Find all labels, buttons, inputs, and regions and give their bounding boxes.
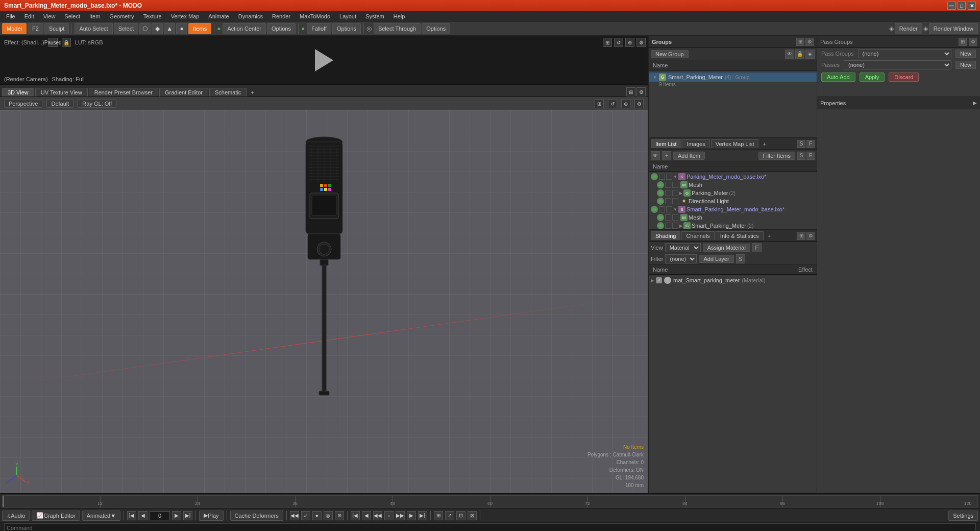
tab-item-list[interactable]: Item List xyxy=(651,139,681,148)
viewport-tab-settings[interactable]: ⚙ xyxy=(636,87,646,96)
filter-items-button[interactable]: Filter Items xyxy=(758,152,795,160)
item-check-light1b[interactable] xyxy=(672,198,678,204)
pm-expand[interactable] xyxy=(679,190,682,196)
item-scene-1[interactable]: S Parking_Meter_modo_base.lxo* xyxy=(649,173,817,181)
select-icon-3[interactable]: ▲ xyxy=(164,23,175,34)
item-mesh-2[interactable]: M Mesh xyxy=(655,213,817,222)
item-check-2a[interactable] xyxy=(659,206,665,212)
menu-help[interactable]: Help xyxy=(389,12,409,20)
pg-expand-btn[interactable]: ⊞ xyxy=(959,38,967,46)
pg-new-button[interactable]: New xyxy=(955,50,976,58)
bb-icon-5[interactable]: ⊛ xyxy=(335,511,344,520)
bb-icon-13[interactable]: ⊞ xyxy=(434,511,443,520)
shading-f-btn[interactable]: F xyxy=(752,243,762,252)
command-input[interactable] xyxy=(4,523,976,532)
falloff-button[interactable]: Falloff xyxy=(307,23,331,34)
item-eye-mesh1[interactable] xyxy=(657,181,664,188)
new-group-button[interactable]: New Group xyxy=(651,50,689,58)
item-check-mesh1b[interactable] xyxy=(672,182,678,188)
play-button-bottom[interactable]: ▶ Play xyxy=(199,511,223,521)
ray-gl-button[interactable]: Ray GL: Off xyxy=(78,100,116,108)
item-check-pma[interactable] xyxy=(665,190,671,196)
items-button[interactable]: Items xyxy=(188,23,211,34)
item-group-spm[interactable]: G Smart_Parking_Meter (2) xyxy=(655,222,817,229)
item-eye-mesh2[interactable] xyxy=(657,214,664,221)
tab-channels[interactable]: Channels xyxy=(681,231,714,240)
bb-icon-4[interactable]: ◎ xyxy=(324,511,333,520)
render-window-button[interactable]: Render Window xyxy=(929,23,978,34)
add-item-list-tab[interactable]: + xyxy=(760,140,769,148)
item-check-light1a[interactable] xyxy=(665,198,671,204)
render-button[interactable]: Render xyxy=(895,23,922,34)
properties-expand-arrow[interactable]: ▶ xyxy=(973,100,977,106)
select-button[interactable]: Select xyxy=(114,23,139,34)
select-icon-2[interactable]: ◆ xyxy=(152,23,163,34)
minimize-button[interactable]: — xyxy=(947,2,955,10)
menu-file[interactable]: File xyxy=(2,12,19,20)
settings-button[interactable]: Settings xyxy=(948,511,978,521)
action-center-button[interactable]: Action Center xyxy=(223,23,266,34)
sculpt-button[interactable]: Sculpt xyxy=(44,23,69,34)
menu-texture[interactable]: Texture xyxy=(139,12,166,20)
3d-viewport[interactable]: Perspective Default Ray GL: Off ⊞ ↺ ⊕ ⚙ xyxy=(0,97,648,493)
menu-maxtomodo[interactable]: MaxToModo xyxy=(296,12,334,20)
preview-zoom-btn[interactable]: ⊕ xyxy=(625,38,634,47)
bb-icon-14[interactable]: ↗ xyxy=(445,511,454,520)
menu-edit[interactable]: Edit xyxy=(20,12,38,20)
groups-expand-btn[interactable]: ⊞ xyxy=(796,38,804,46)
mat-check[interactable]: ✓ xyxy=(656,277,662,283)
default-button[interactable]: Default xyxy=(46,100,74,108)
menu-render[interactable]: Render xyxy=(268,12,295,20)
il-s-btn[interactable]: S xyxy=(797,152,805,160)
bb-icon-15[interactable]: ⊡ xyxy=(456,511,465,520)
timeline-ruler[interactable]: 0 12 24 36 48 60 72 84 96 108 120 xyxy=(2,495,978,508)
item-check-mesh2a[interactable] xyxy=(665,214,671,221)
item-mesh-1[interactable]: M Mesh xyxy=(655,181,817,189)
item-eye-2[interactable] xyxy=(651,206,658,213)
play-preview-button[interactable] xyxy=(311,47,337,73)
bb-icon-10[interactable]: ▶▶ xyxy=(396,511,405,520)
item-check-2b[interactable] xyxy=(666,206,672,212)
add-layer-button[interactable]: Add Layer xyxy=(699,255,733,263)
bb-icon-6[interactable]: |◀ xyxy=(351,511,360,520)
mat-expand[interactable] xyxy=(651,278,654,283)
il-f-btn[interactable]: F xyxy=(806,152,815,160)
transport-next-btn[interactable]: ▶ xyxy=(172,511,181,520)
perspective-button[interactable]: Perspective xyxy=(4,100,42,108)
bb-icon-7[interactable]: ◀ xyxy=(362,511,371,520)
menu-dynamics[interactable]: Dynamics xyxy=(234,12,267,20)
bb-icon-16[interactable]: ⊠ xyxy=(468,511,477,520)
item-check-mesh2b[interactable] xyxy=(672,214,678,221)
auto-add-button[interactable]: Auto Add xyxy=(821,73,855,82)
item-check-pmb[interactable] xyxy=(672,190,678,196)
spm-expand[interactable] xyxy=(679,223,682,228)
groups-settings-btn[interactable]: ⚙ xyxy=(805,38,814,46)
menu-vertex-map[interactable]: Vertex Map xyxy=(167,12,204,20)
item-eye-light1[interactable] xyxy=(657,198,664,205)
preview-paused-btn[interactable]: Paused xyxy=(48,38,58,47)
groups-render-btn[interactable]: ◈ xyxy=(805,50,815,59)
transport-start-btn[interactable]: |◀ xyxy=(127,511,136,520)
tab-schematic[interactable]: Schematic xyxy=(209,88,247,96)
falloff-options-button[interactable]: Options xyxy=(332,23,361,34)
tab-info-statistics[interactable]: Info & Statistics xyxy=(716,231,764,240)
bb-icon-3[interactable]: ● xyxy=(312,511,322,520)
pg-passes-select[interactable]: (none) xyxy=(844,60,951,69)
item-check-spmb[interactable] xyxy=(672,223,678,229)
groups-eye-btn[interactable]: 👁 xyxy=(785,50,794,59)
menu-animate[interactable]: Animate xyxy=(204,12,233,20)
il-add-btn[interactable]: + xyxy=(662,151,671,160)
menu-item[interactable]: Item xyxy=(85,12,104,20)
item-list-settings-btn[interactable]: F xyxy=(806,140,815,148)
preview-settings-btn[interactable]: ⚙ xyxy=(636,38,646,47)
tab-3d-view[interactable]: 3D View xyxy=(2,88,34,96)
tab-render-preset[interactable]: Render Preset Browser xyxy=(89,88,158,96)
tab-gradient-editor[interactable]: Gradient Editor xyxy=(159,88,208,96)
frame-input[interactable] xyxy=(150,511,170,520)
item-check-spma[interactable] xyxy=(665,223,671,229)
audio-button[interactable]: ♫ Audio xyxy=(2,511,30,521)
bb-icon-8[interactable]: ◀◀ xyxy=(373,511,382,520)
preview-refresh-btn[interactable]: ↺ xyxy=(614,38,623,47)
bb-icon-11[interactable]: ▶ xyxy=(407,511,416,520)
item-list-expand-btn[interactable]: S xyxy=(797,140,805,148)
